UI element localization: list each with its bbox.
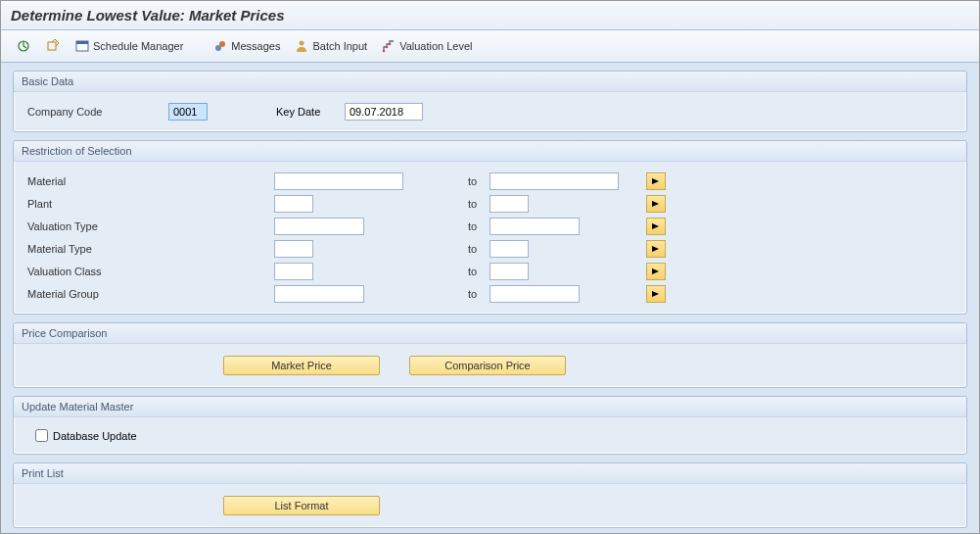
company-code-label: Company Code xyxy=(23,106,168,118)
valuation-class-multi-button[interactable] xyxy=(646,263,666,280)
content-area: Basic Data Company Code Key Date Restric… xyxy=(1,63,979,534)
arrow-right-icon xyxy=(651,220,661,232)
svg-point-10 xyxy=(386,46,389,49)
price-comparison-title: Price Comparison xyxy=(14,323,966,344)
material-type-label: Material Type xyxy=(23,243,274,255)
calendar-icon xyxy=(74,38,90,54)
variant-icon xyxy=(45,38,61,54)
svg-point-8 xyxy=(300,41,304,46)
company-code-input[interactable] xyxy=(168,103,208,121)
database-update-label: Database Update xyxy=(53,430,137,442)
valuation-class-to-input[interactable] xyxy=(490,263,529,280)
material-type-from-input[interactable] xyxy=(274,240,313,258)
plant-multi-button[interactable] xyxy=(646,195,666,213)
plant-from-input[interactable] xyxy=(274,195,313,213)
price-comparison-group: Price Comparison Market Price Comparison… xyxy=(13,322,967,388)
material-label: Material xyxy=(23,175,274,187)
valuation-type-to-input[interactable] xyxy=(490,218,580,235)
to-label: to xyxy=(419,220,490,232)
material-group-label: Material Group xyxy=(23,288,274,300)
basic-data-title: Basic Data xyxy=(14,72,966,92)
batch-input-button[interactable]: Batch Input xyxy=(289,35,372,57)
person-icon xyxy=(294,38,309,54)
arrow-right-icon xyxy=(651,288,661,300)
material-multi-button[interactable] xyxy=(646,172,666,190)
page-title: Determine Lowest Value: Market Prices xyxy=(11,7,969,24)
market-price-button[interactable]: Market Price xyxy=(223,356,380,375)
comparison-price-button[interactable]: Comparison Price xyxy=(409,356,566,375)
restriction-group: Restriction of Selection Material to Pla… xyxy=(13,140,967,315)
messages-label: Messages xyxy=(231,40,280,52)
material-type-to-input[interactable] xyxy=(490,240,529,258)
batch-input-label: Batch Input xyxy=(312,40,367,52)
schedule-manager-button[interactable]: Schedule Manager xyxy=(70,35,188,57)
valuation-type-from-input[interactable] xyxy=(274,218,364,235)
print-list-title: Print List xyxy=(14,463,966,484)
list-format-button[interactable]: List Format xyxy=(223,496,380,515)
toolbar: Schedule Manager Messages Batch Input Va… xyxy=(1,30,979,63)
valuation-level-label: Valuation Level xyxy=(399,40,472,52)
svg-point-7 xyxy=(219,41,225,47)
basic-data-group: Basic Data Company Code Key Date xyxy=(13,71,967,132)
arrow-right-icon xyxy=(651,175,661,187)
svg-rect-5 xyxy=(76,41,88,44)
to-label: to xyxy=(419,175,490,187)
valuation-level-button[interactable]: Valuation Level xyxy=(376,35,477,57)
update-master-title: Update Material Master xyxy=(14,397,966,417)
valuation-type-multi-button[interactable] xyxy=(646,218,666,235)
key-date-input[interactable] xyxy=(345,103,423,121)
svg-line-2 xyxy=(23,46,26,48)
level-icon xyxy=(381,38,397,54)
database-update-checkbox[interactable] xyxy=(35,429,48,442)
arrow-right-icon xyxy=(651,266,661,277)
svg-rect-3 xyxy=(48,42,56,50)
to-label: to xyxy=(419,266,490,277)
material-group-from-input[interactable] xyxy=(274,285,364,303)
messages-button[interactable]: Messages xyxy=(208,35,285,57)
execute-button[interactable] xyxy=(11,35,36,57)
svg-point-9 xyxy=(383,50,386,53)
plant-to-input[interactable] xyxy=(490,195,529,213)
schedule-manager-label: Schedule Manager xyxy=(93,40,183,52)
svg-point-11 xyxy=(389,43,392,46)
title-bar: Determine Lowest Value: Market Prices xyxy=(1,1,979,30)
material-type-multi-button[interactable] xyxy=(646,240,666,258)
update-master-group: Update Material Master Database Update xyxy=(13,396,967,455)
material-group-multi-button[interactable] xyxy=(646,285,666,303)
arrow-right-icon xyxy=(651,198,661,210)
valuation-class-label: Valuation Class xyxy=(23,266,274,277)
variant-button[interactable] xyxy=(40,35,66,57)
to-label: to xyxy=(419,288,490,300)
to-label: to xyxy=(419,198,490,210)
valuation-type-label: Valuation Type xyxy=(23,220,274,232)
to-label: to xyxy=(419,243,490,255)
valuation-class-from-input[interactable] xyxy=(274,263,313,280)
messages-icon xyxy=(212,38,228,54)
plant-label: Plant xyxy=(23,198,274,210)
key-date-label: Key Date xyxy=(276,106,345,118)
material-group-to-input[interactable] xyxy=(490,285,580,303)
arrow-right-icon xyxy=(651,243,661,255)
material-from-input[interactable] xyxy=(274,172,403,190)
restriction-title: Restriction of Selection xyxy=(14,141,966,162)
execute-icon xyxy=(16,38,31,54)
print-list-group: Print List List Format xyxy=(13,462,967,528)
material-to-input[interactable] xyxy=(490,172,619,190)
